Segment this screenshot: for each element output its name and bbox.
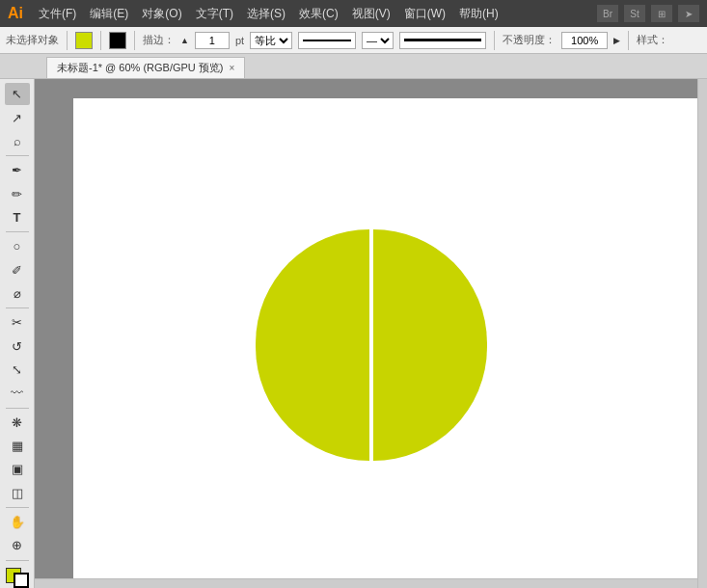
tool-scissors[interactable]: ✂ xyxy=(5,311,30,334)
menu-type[interactable]: 文字(T) xyxy=(196,6,233,22)
tool-artboard[interactable]: ▣ xyxy=(5,458,30,480)
color-fill-stroke[interactable] xyxy=(6,568,29,588)
tool-select[interactable]: ↖ xyxy=(5,83,30,105)
tool-warp[interactable]: 〰 xyxy=(5,382,30,404)
tool-graph[interactable]: ▦ xyxy=(5,435,30,457)
circle-left-half xyxy=(256,229,369,461)
document-tab[interactable]: 未标题-1* @ 60% (RGB/GPU 预览) × xyxy=(46,57,245,78)
tool-pencil[interactable]: ✐ xyxy=(5,258,30,281)
sep-3 xyxy=(134,31,135,50)
tool-slice[interactable]: ◫ xyxy=(5,482,30,504)
tool-zoom[interactable]: ⊕ xyxy=(5,534,30,556)
sep-1 xyxy=(67,31,68,50)
line-style-preview[interactable] xyxy=(298,32,356,49)
tool-direct-select[interactable]: ↗ xyxy=(5,106,30,128)
tool-symbol[interactable]: ❋ xyxy=(5,412,30,434)
circle-right-half xyxy=(373,229,487,461)
circle-divider-line xyxy=(369,229,373,461)
titlebar: Ai 文件(F) 编辑(E) 对象(O) 文字(T) 选择(S) 效果(C) 视… xyxy=(0,0,707,27)
tool-sep-4 xyxy=(6,408,29,409)
tool-pen[interactable]: ✒ xyxy=(5,159,30,181)
menu-file[interactable]: 文件(F) xyxy=(39,6,76,22)
stroke-align-select[interactable]: 等比 xyxy=(250,32,292,49)
app-logo: Ai xyxy=(8,5,23,22)
tool-sep-3 xyxy=(6,307,29,308)
tool-blob-brush[interactable]: ⌀ xyxy=(5,282,30,305)
opacity-arrow-icon[interactable]: ▶ xyxy=(613,36,620,45)
tool-sep-2 xyxy=(6,231,29,232)
titlebar-right-icons: Br St ⊞ ➤ xyxy=(597,5,699,22)
tool-hand[interactable]: ✋ xyxy=(5,511,30,533)
menu-effect[interactable]: 效果(C) xyxy=(299,6,339,22)
stroke-up-icon[interactable]: ▲ xyxy=(180,36,189,45)
bridge-icon[interactable]: Br xyxy=(597,5,618,22)
vertical-scrollbar[interactable] xyxy=(697,79,707,588)
tab-bar: 未标题-1* @ 60% (RGB/GPU 预览) × xyxy=(0,54,707,79)
menu-edit[interactable]: 编辑(E) xyxy=(90,6,128,22)
style-label: 样式： xyxy=(637,33,668,47)
tool-sep-6 xyxy=(6,560,29,561)
tool-brush[interactable]: ✏ xyxy=(5,182,30,204)
fill-color-swatch[interactable] xyxy=(75,32,93,49)
main-area: ↖ ↗ ⌕ ✒ ✏ T ○ ✐ ⌀ ✂ ↺ ⤡ 〰 ❋ ▦ ▣ ◫ ✋ ⊕ xyxy=(0,79,707,588)
no-selection-label: 未选择对象 xyxy=(6,33,59,47)
sep-4 xyxy=(494,31,495,50)
line-thick-inner xyxy=(404,39,481,41)
canvas-area[interactable] xyxy=(35,79,707,588)
send-icon[interactable]: ➤ xyxy=(678,5,699,22)
options-bar: 未选择对象 描边： ▲ pt 等比 — 不透明度： ▶ 样式： xyxy=(0,27,707,54)
menu-object[interactable]: 对象(O) xyxy=(142,6,181,22)
stroke-label: 描边： xyxy=(143,33,175,47)
menu-window[interactable]: 窗口(W) xyxy=(404,6,446,22)
tool-scale[interactable]: ⤡ xyxy=(5,359,30,381)
opacity-label: 不透明度： xyxy=(503,33,556,47)
horizontal-scrollbar[interactable] xyxy=(35,578,707,588)
tool-sep-5 xyxy=(6,507,29,508)
tab-title: 未标题-1* @ 60% (RGB/GPU 预览) xyxy=(57,61,224,75)
tool-text[interactable]: T xyxy=(5,206,30,228)
tool-lasso[interactable]: ⌕ xyxy=(5,130,30,152)
stroke-width-input[interactable] xyxy=(195,32,230,49)
stroke-swatch[interactable] xyxy=(14,573,29,588)
tab-close-button[interactable]: × xyxy=(230,63,235,73)
sep-5 xyxy=(628,31,629,50)
line-thick-preview[interactable] xyxy=(399,32,486,49)
menu-help[interactable]: 帮助(H) xyxy=(459,6,499,22)
stock-icon[interactable]: St xyxy=(624,5,645,22)
tool-rotate[interactable]: ↺ xyxy=(5,334,30,357)
menu-view[interactable]: 视图(V) xyxy=(352,6,391,22)
tool-sep-1 xyxy=(6,155,29,156)
opacity-input[interactable] xyxy=(561,32,608,49)
sep-2 xyxy=(100,31,101,50)
line-style-inner xyxy=(303,40,351,41)
toolbar: ↖ ↗ ⌕ ✒ ✏ T ○ ✐ ⌀ ✂ ↺ ⤡ 〰 ❋ ▦ ▣ ◫ ✋ ⊕ xyxy=(0,79,35,588)
circle-shape xyxy=(256,229,487,461)
menu-select[interactable]: 选择(S) xyxy=(247,6,286,22)
grid-icon[interactable]: ⊞ xyxy=(651,5,672,22)
stroke-color-swatch[interactable] xyxy=(109,32,126,49)
illustration xyxy=(256,229,487,461)
menu-bar: 文件(F) 编辑(E) 对象(O) 文字(T) 选择(S) 效果(C) 视图(V… xyxy=(39,6,597,22)
stroke-unit-label: pt xyxy=(235,35,244,46)
tool-ellipse[interactable]: ○ xyxy=(5,235,30,257)
line-end-select[interactable]: — xyxy=(362,32,394,49)
